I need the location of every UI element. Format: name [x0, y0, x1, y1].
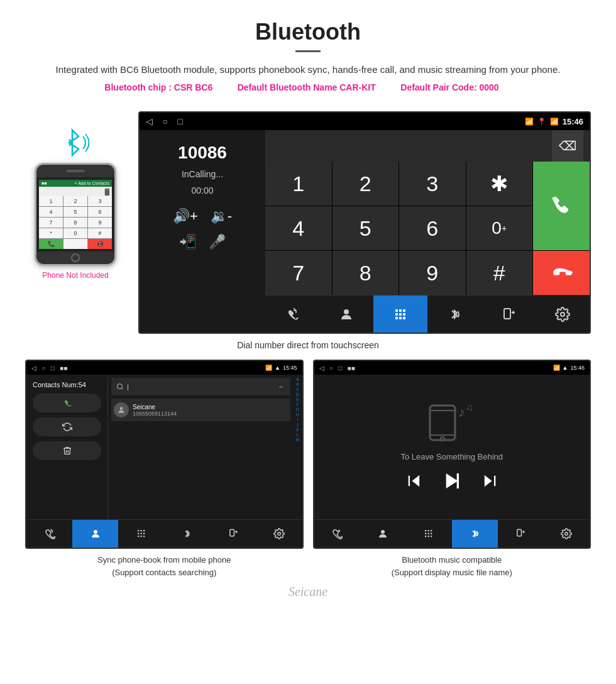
key-8[interactable]: 8 [333, 251, 399, 295]
alpha-h[interactable]: H [294, 412, 302, 417]
music-art-area: ♪ ♫ [427, 399, 477, 446]
svg-rect-22 [140, 533, 141, 534]
alpha-l[interactable]: L [294, 433, 302, 437]
key-0plus[interactable]: 0+ [466, 206, 533, 250]
dialer-control-row-2: 📲 🎤 [173, 234, 232, 250]
phone-home-button[interactable] [71, 253, 80, 262]
key-7[interactable]: 7 [265, 251, 332, 295]
nav-contacts[interactable] [319, 295, 373, 333]
nav-dialpad[interactable] [373, 295, 427, 333]
call-red-button[interactable] [533, 251, 590, 295]
contacts-search-bar[interactable]: | ← [111, 378, 290, 395]
contacts-nav-transfer[interactable] [210, 520, 256, 548]
alpha-k[interactable]: K [294, 428, 302, 432]
music-status-right: 📶 ▲ 15:46 [553, 365, 585, 371]
alpha-f[interactable]: F [294, 402, 302, 407]
contacts-layout: Contacts Num:54 [26, 375, 302, 519]
music-wifi: ▲ [563, 365, 568, 371]
contacts-wifi: ▲ [275, 365, 280, 371]
home-icon[interactable]: ○ [163, 116, 168, 126]
alpha-b[interactable]: B [294, 382, 302, 387]
phone-key-star[interactable]: * [39, 228, 63, 238]
phone-key-0[interactable]: 0 [63, 228, 87, 238]
bt-chip: Bluetooth chip : CSR BC6 [104, 82, 212, 92]
music-song-title: To Leave Something Behind [400, 452, 503, 461]
alpha-g[interactable]: G [294, 407, 302, 412]
alpha-c[interactable]: C [294, 387, 302, 392]
contacts-nav-bluetooth[interactable] [164, 520, 210, 548]
call-green-button[interactable] [533, 162, 590, 250]
music-play-button[interactable] [442, 471, 462, 495]
key-star[interactable]: ✱ [466, 162, 533, 206]
back-icon[interactable]: ◁ [146, 116, 153, 126]
recent-icon[interactable]: □ [178, 116, 183, 126]
transfer-icon[interactable]: 📲 [179, 234, 196, 250]
alpha-e[interactable]: E [294, 397, 302, 402]
svg-rect-45 [425, 533, 426, 534]
music-nav-call[interactable] [314, 520, 360, 548]
search-input-value[interactable]: | [127, 383, 275, 390]
music-nav-settings[interactable] [544, 520, 590, 548]
phone-speaker [66, 170, 85, 172]
call-action-button[interactable] [33, 394, 101, 412]
delete-action-button[interactable] [33, 441, 101, 460]
music-nav-transfer[interactable] [498, 520, 544, 548]
alpha-j[interactable]: J [294, 422, 302, 427]
alpha-i[interactable]: I [294, 417, 302, 422]
phone-key-6[interactable]: 6 [88, 207, 112, 217]
volume-down-icon[interactable]: 🔉- [211, 208, 232, 224]
contacts-nav-settings[interactable] [256, 520, 302, 548]
nav-phone-transfer[interactable] [481, 295, 536, 333]
dialer-status-bar: ◁ ○ □ 📶 📍 📶 15:46 [140, 113, 590, 130]
key-4[interactable]: 4 [265, 206, 332, 250]
key-2[interactable]: 2 [333, 162, 399, 206]
key-9[interactable]: 9 [399, 251, 466, 295]
music-nav-bluetooth[interactable] [452, 520, 498, 548]
music-next-button[interactable] [481, 472, 498, 494]
music-nav-contacts[interactable] [360, 520, 406, 548]
dialer-left-panel: 10086 InCalling... 00:00 🔊+ 🔉- 📲 🎤 [140, 130, 265, 333]
contact-list-item[interactable]: Seicane 10655059113144 [111, 399, 290, 421]
key-1[interactable]: 1 [265, 162, 332, 206]
watermark-text: Seicane [289, 585, 327, 598]
svg-rect-44 [431, 530, 432, 531]
music-prev-button[interactable] [405, 472, 423, 494]
contacts-screen: ◁ ○ □ ■■ 📶 ▲ 15:45 Contacts Num:54 [25, 360, 304, 549]
phone-hangup-button[interactable]: 📵 [88, 239, 112, 249]
nav-bluetooth[interactable] [427, 295, 481, 333]
phone-key-3[interactable]: 3 [88, 196, 112, 206]
phone-call-button[interactable]: 📞 [39, 239, 63, 249]
key-3[interactable]: 3 [399, 162, 466, 206]
key-6[interactable]: 6 [399, 206, 466, 250]
contacts-nav-contacts[interactable] [72, 520, 118, 548]
phone-key-7[interactable]: 7 [39, 218, 63, 228]
phone-key-hash[interactable]: # [88, 228, 112, 238]
sync-action-button[interactable] [33, 417, 101, 436]
alpha-m[interactable]: M [294, 438, 302, 442]
keypad-container: 1 2 3 ✱ 4 5 6 0+ 7 8 9 # [265, 162, 590, 295]
alpha-d[interactable]: D [294, 392, 302, 397]
key-5[interactable]: 5 [333, 206, 399, 250]
volume-up-icon[interactable]: 🔊+ [173, 208, 198, 224]
mic-icon[interactable]: 🎤 [209, 234, 226, 250]
contacts-sidebar: Contacts Num:54 [26, 375, 108, 519]
phone-key-4[interactable]: 4 [39, 207, 63, 217]
phone-key-5[interactable]: 5 [63, 207, 87, 217]
phone-key-1[interactable]: 1 [39, 196, 63, 206]
phone-key-8[interactable]: 8 [63, 218, 87, 228]
contacts-nav-call[interactable] [26, 520, 72, 548]
contacts-status-nav: ◁ ○ □ ■■ [31, 365, 67, 372]
backspace-button[interactable]: ⌫ [552, 130, 583, 162]
phone-key-9[interactable]: 9 [88, 218, 112, 228]
contacts-nav-dialpad[interactable] [118, 520, 164, 548]
search-back-arrow[interactable]: ← [278, 383, 285, 390]
top-row: ■■ + Add to Contacts ▓ 1 2 3 4 5 6 7 [25, 111, 591, 334]
phone-device: ■■ + Add to Contacts ▓ 1 2 3 4 5 6 7 [35, 163, 116, 266]
nav-settings[interactable] [536, 295, 590, 333]
nav-call-transfer[interactable] [265, 295, 319, 333]
phone-key-2[interactable]: 2 [63, 196, 87, 206]
music-nav-dialpad[interactable] [406, 520, 452, 548]
alpha-a[interactable]: A [294, 377, 302, 382]
key-hash[interactable]: # [466, 251, 533, 295]
watermark: Seicane [25, 585, 591, 599]
